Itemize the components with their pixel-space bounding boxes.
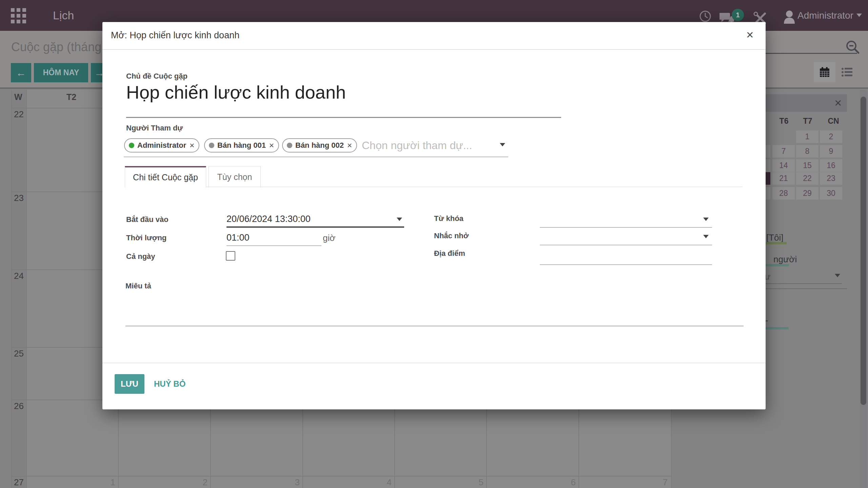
attendee-status-dot: [209, 143, 214, 148]
dialog-title: Mở: Họp chiến lược kinh doanh: [111, 30, 239, 41]
messages-unread-badge: 1: [732, 9, 744, 21]
week-number: 24: [10, 271, 24, 281]
day-cell-date[interactable]: 6: [561, 477, 576, 488]
start-label: Bắt đầu vào: [126, 215, 169, 224]
app-title[interactable]: Lịch: [53, 9, 74, 22]
calendar-view-button[interactable]: [814, 62, 835, 82]
user-menu[interactable]: Administrator: [797, 10, 853, 21]
day-cell-date[interactable]: 3: [285, 477, 300, 488]
location-label: Địa điểm: [434, 249, 465, 258]
minical-day[interactable]: 7: [772, 145, 795, 158]
minical-day[interactable]: 30: [820, 187, 842, 200]
reminder-caret-icon[interactable]: [703, 235, 709, 238]
breadcrumb[interactable]: Cuộc gặp (tháng: [11, 40, 101, 54]
arrow-left-icon: ←: [16, 67, 26, 79]
tabs-divider: [125, 187, 743, 187]
user-menu-caret-icon: [856, 14, 862, 17]
tags-caret-icon[interactable]: [703, 218, 709, 221]
minical-day[interactable]: 21: [772, 172, 795, 185]
subject-input[interactable]: Họp chiến lược kinh doanh: [126, 82, 346, 103]
list-icon: [842, 68, 852, 77]
day-cell-date[interactable]: 1: [100, 477, 115, 488]
day-cell-date[interactable]: 7: [653, 477, 668, 488]
remove-attendee-icon[interactable]: ✕: [347, 142, 352, 149]
minical-day[interactable]: 15: [796, 159, 818, 172]
attendee-tag[interactable]: Bán hàng 001 ✕: [204, 138, 279, 152]
attendees-input[interactable]: Chọn người tham dự...: [362, 139, 472, 152]
discard-button[interactable]: HUỶ BỎ: [154, 379, 185, 389]
filter-caret-icon[interactable]: [835, 274, 840, 277]
week-column-header: W: [14, 92, 22, 102]
filter-color-underline-teal-2: [763, 327, 789, 329]
duration-underline: [226, 245, 321, 246]
tab-meeting-details[interactable]: Chi tiết Cuộc gặp: [125, 166, 206, 187]
today-button[interactable]: HÔM NAY: [34, 63, 88, 82]
minical-day[interactable]: 28: [772, 187, 795, 200]
app-root: Lịch 1 Administrator Cuộc gặp (tháng: [0, 0, 868, 488]
all-day-checkbox[interactable]: [226, 251, 235, 261]
location-input[interactable]: [540, 264, 712, 265]
minical-day[interactable]: 14: [772, 159, 795, 172]
minical-day[interactable]: 22: [796, 172, 818, 185]
scrollbar-thumb[interactable]: [861, 97, 866, 405]
description-textarea[interactable]: [125, 325, 744, 327]
filter-color-underline-teal: [763, 264, 789, 266]
filter-item-me[interactable]: [Tôi]: [766, 232, 784, 243]
remove-attendee-icon[interactable]: ✕: [269, 142, 274, 149]
filter-panel-divider: [763, 288, 847, 289]
user-avatar-icon: [783, 9, 796, 24]
minical-day[interactable]: 9: [820, 145, 842, 158]
minical-day-header: T7: [796, 117, 819, 126]
attendee-status-dot: [287, 143, 292, 148]
prev-period-button[interactable]: ←: [11, 63, 31, 82]
minical-day[interactable]: 8: [796, 145, 818, 158]
save-button[interactable]: LƯU: [115, 374, 144, 394]
filter-input-underline: [763, 283, 842, 284]
attendees-caret-icon[interactable]: [500, 143, 505, 146]
close-icon[interactable]: ✕: [746, 29, 754, 41]
start-datetime-input[interactable]: 20/06/2024 13:30:00: [226, 214, 311, 224]
subject-underline: [126, 117, 561, 118]
tags-input[interactable]: [540, 227, 712, 228]
list-view-button[interactable]: [837, 62, 856, 82]
minical-day[interactable]: 23: [820, 172, 842, 185]
sidebar-close-icon[interactable]: ✕: [834, 98, 842, 109]
day-cell-date[interactable]: 5: [469, 477, 484, 488]
minical-day-clipped: [765, 145, 770, 158]
start-caret-icon[interactable]: [397, 218, 402, 221]
week-number: 23: [10, 193, 24, 203]
duration-input[interactable]: 01:00: [226, 232, 250, 243]
calendar-icon: [820, 67, 830, 77]
minical-day-clipped: [765, 159, 770, 172]
attendee-tag[interactable]: Administrator ✕: [124, 138, 199, 152]
week-number: 26: [10, 401, 24, 411]
description-label: Miêu tả: [125, 282, 151, 290]
day-cell-date[interactable]: 2: [193, 477, 208, 488]
minical-day[interactable]: 16: [820, 159, 842, 172]
attendees-label: Người Tham dự: [126, 124, 183, 133]
footer-divider: [102, 363, 766, 363]
duration-unit: giờ: [323, 233, 335, 243]
start-input-underline-focused: [226, 226, 404, 228]
week-number: 27: [10, 477, 24, 488]
duration-label: Thời lượng: [126, 233, 166, 242]
tab-options[interactable]: Tùy chọn: [209, 166, 261, 187]
apps-grid-icon[interactable]: [11, 8, 26, 24]
event-edit-dialog: Mở: Họp chiến lược kinh doanh ✕ Chủ đề C…: [102, 22, 766, 409]
week-number: 22: [10, 109, 24, 120]
attendee-tag[interactable]: Bán hàng 002 ✕: [282, 138, 357, 152]
reminder-input[interactable]: [540, 245, 712, 245]
tags-label: Từ khóa: [434, 214, 463, 223]
filter-item-everybody[interactable]: người: [773, 254, 797, 265]
minical-day[interactable]: 29: [796, 187, 818, 200]
filter-color-underline-green: [763, 242, 787, 244]
minical-day-header: T6: [773, 117, 795, 126]
search-icon[interactable]: [846, 40, 860, 54]
remove-attendee-icon[interactable]: ✕: [189, 142, 195, 149]
minical-day-clipped: [765, 187, 770, 200]
activity-clock-icon[interactable]: [699, 10, 711, 22]
day-cell-date[interactable]: 4: [377, 477, 392, 488]
minical-day[interactable]: 2: [820, 130, 842, 143]
attendees-underline: [124, 157, 508, 157]
minical-day[interactable]: 1: [796, 130, 818, 143]
